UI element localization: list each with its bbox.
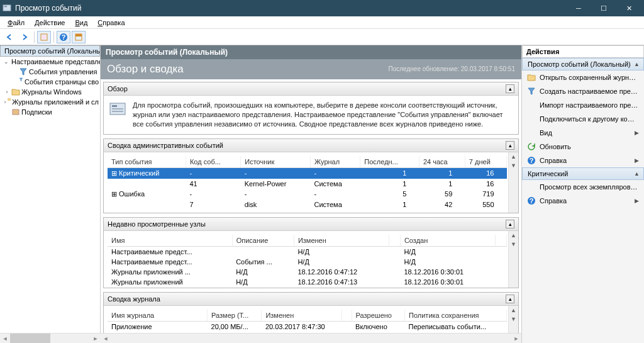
action-item[interactable]: Вид▶ [522, 126, 644, 140]
table-cell [389, 257, 400, 267]
action-item[interactable]: ?Справка▶ [522, 154, 644, 167]
tree-admin-events[interactable]: События управления [0, 67, 100, 77]
column-header[interactable]: Имя журнала [108, 310, 208, 322]
expand-icon[interactable]: ⊞ [111, 190, 117, 198]
tree-windows-logs[interactable]: › Журналы Windows [0, 87, 100, 97]
column-header[interactable]: Журнал [311, 156, 360, 168]
column-header[interactable]: Изменен [294, 235, 389, 247]
toolbar-button-2[interactable] [72, 31, 86, 43]
table-cell: 7 [186, 200, 240, 210]
filter-icon [527, 87, 536, 96]
table-row[interactable]: Настраиваемые предст...Н/ДН/Д [108, 246, 507, 257]
table-row[interactable]: Приложение20,00 МБ/...20.03.2017 8:47:30… [108, 321, 507, 332]
toolbar-button-1[interactable] [37, 31, 51, 43]
tree-hscroll[interactable]: ◄► [0, 333, 101, 343]
tree-custom-views[interactable]: ⌄ Настраиваемые представле [0, 57, 100, 67]
folder-icon [11, 87, 20, 96]
menu-action[interactable]: Действие [30, 18, 70, 28]
column-header[interactable]: Изменен [262, 310, 342, 322]
column-header[interactable] [342, 310, 352, 322]
menu-help[interactable]: Справка [92, 18, 130, 28]
help-icon: ? [527, 156, 536, 165]
subscriptions-icon [11, 108, 20, 116]
actions-section-1[interactable]: Просмотр событий (Локальный) ▲ [522, 58, 644, 70]
scrollbar[interactable]: ▲▼ [508, 306, 518, 333]
panel-header[interactable]: Недавно просмотренные узлы ▴ [104, 218, 518, 231]
action-item[interactable]: ?Справка▶ [522, 194, 644, 208]
help-button[interactable]: ? [57, 31, 70, 43]
panel-title: Сводка административных событий [108, 142, 506, 149]
tree-label: События страницы сво [25, 78, 99, 86]
nav-forward-button[interactable] [18, 31, 31, 43]
collapse-icon[interactable]: ▴ [506, 295, 514, 303]
table-row[interactable]: События оборудования68 КБ/20 ...18.12.20… [108, 332, 507, 333]
action-item[interactable]: Импорт настраиваемого предста... [522, 98, 644, 112]
panel-header[interactable]: Сводка журнала ▴ [104, 293, 518, 306]
table-row[interactable]: Журналы приложенийН/Д18.12.2016 0:47:131… [108, 277, 507, 287]
tree-root[interactable]: Просмотр событий (Локальный [0, 45, 100, 57]
menu-view[interactable]: Вид [70, 18, 92, 28]
svg-rect-3 [42, 35, 46, 39]
column-header[interactable]: Код соб... [186, 156, 240, 168]
table-cell: 42 [419, 200, 465, 210]
collapse-icon[interactable]: ▴ [506, 141, 514, 150]
actions-section-2[interactable]: Критический ▲ [522, 167, 644, 180]
column-header[interactable]: Тип события [108, 156, 186, 168]
expand-icon[interactable]: ⊞ [111, 169, 117, 177]
column-header[interactable]: Последн... [360, 156, 419, 168]
action-item[interactable]: Открыть сохраненный журнал... [522, 70, 644, 84]
maximize-button[interactable]: ☐ [591, 0, 616, 16]
table-cell [108, 200, 186, 210]
column-header[interactable]: Разрешено [352, 310, 404, 322]
column-header[interactable] [389, 235, 400, 247]
panel-header[interactable]: Сводка административных событий ▴ [104, 139, 518, 152]
scrollbar[interactable]: ▲▼ [508, 152, 518, 213]
folder-icon [527, 73, 536, 82]
column-header[interactable]: 24 часа [419, 156, 465, 168]
column-header[interactable]: Создан [400, 235, 495, 247]
minimize-button[interactable]: ─ [566, 0, 591, 16]
panel-header[interactable]: Обзор ▴ [104, 82, 518, 96]
app-icon [3, 4, 11, 13]
action-item[interactable]: Подключиться к другому компь... [522, 112, 644, 126]
tree-label: Просмотр событий (Локальный [4, 47, 101, 55]
table-cell: Н/Д [232, 267, 294, 277]
column-header[interactable]: Размер (Т... [208, 310, 262, 322]
column-header[interactable]: Описание [232, 235, 294, 247]
tree-subscriptions[interactable]: Подписки [0, 107, 100, 117]
window-title: Просмотр событий [15, 4, 566, 13]
expand-icon[interactable]: ⌄ [4, 59, 9, 65]
table-row[interactable]: 7diskСистема142550 [108, 200, 507, 210]
collapse-icon[interactable]: ▴ [506, 220, 514, 228]
action-label: Импорт настраиваемого предста... [540, 101, 639, 109]
menubar: Файл Действие Вид Справка [0, 16, 644, 29]
expand-icon[interactable]: › [4, 89, 10, 95]
table-row[interactable]: Настраиваемые предст...События ...Н/ДН/Д [108, 257, 507, 267]
column-header[interactable]: Политика сохранения [405, 310, 507, 322]
action-item[interactable]: Просмотр всех экземпляров этог... [522, 180, 644, 194]
tree-app-logs[interactable]: › Журналы приложений и сл [0, 97, 100, 107]
collapse-icon[interactable]: ▴ [506, 84, 514, 93]
table-row[interactable]: ⊞ Критический---1116 [108, 167, 507, 179]
center-hscroll[interactable]: ◄► [101, 333, 521, 343]
tree-page-events[interactable]: События страницы сво [0, 77, 100, 87]
recent-nodes-panel: Недавно просмотренные узлы ▴ ИмяОписание… [103, 217, 519, 288]
column-header[interactable] [495, 235, 506, 247]
table-row[interactable]: 41Kernel-PowerСистема1116 [108, 179, 507, 189]
action-label: Подключиться к другому компь... [540, 115, 639, 123]
column-header[interactable]: 7 дней [465, 156, 506, 168]
column-header[interactable]: Имя [108, 235, 232, 247]
action-item[interactable]: Обновить [522, 140, 644, 154]
close-button[interactable]: ✕ [616, 0, 641, 16]
expand-icon[interactable]: › [4, 99, 6, 105]
table-cell: 1 [360, 167, 419, 179]
scrollbar[interactable]: ▲▼ [508, 231, 518, 288]
folder-icon [8, 98, 11, 106]
table-row[interactable]: ⊞ Ошибка---559719 [108, 189, 507, 200]
menu-file[interactable]: Файл [3, 18, 30, 28]
nav-back-button[interactable] [3, 31, 16, 43]
table-row[interactable]: Журналы приложений ...Н/Д18.12.2016 0:47… [108, 267, 507, 277]
table-cell: Н/Д [294, 257, 389, 267]
column-header[interactable]: Источник [241, 156, 311, 168]
action-item[interactable]: Создать настраиваемое предста... [522, 84, 644, 98]
